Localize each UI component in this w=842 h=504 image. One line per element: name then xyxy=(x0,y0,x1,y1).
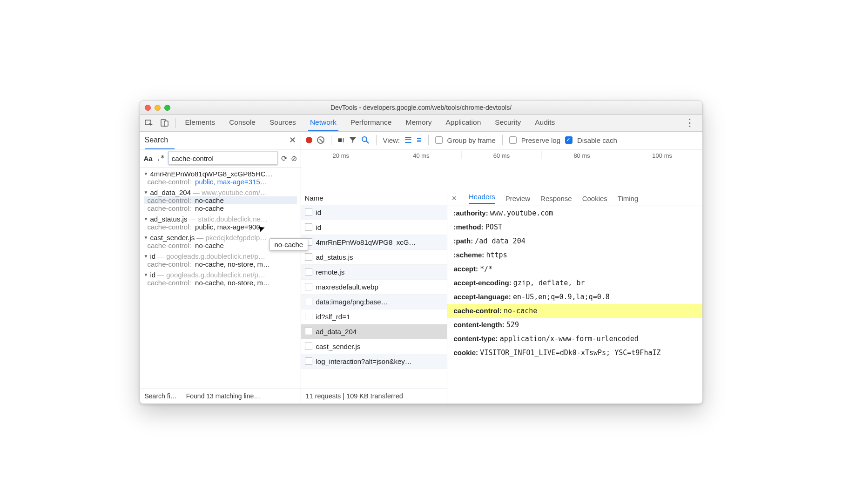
request-name: ad_status.js xyxy=(316,253,353,261)
request-row[interactable]: id xyxy=(301,205,447,220)
svg-rect-2 xyxy=(164,121,168,126)
tab-memory[interactable]: Memory xyxy=(404,114,433,131)
request-row[interactable]: data:image/png;base… xyxy=(301,295,447,309)
search-footer-right: Found 13 matching line… xyxy=(186,392,261,400)
header-row: accept-language: en-US,en;q=0.9,la;q=0.8 xyxy=(447,290,702,304)
request-row[interactable]: remote.js xyxy=(301,265,447,280)
inspect-element-icon[interactable] xyxy=(142,116,156,130)
close-detail-icon[interactable]: × xyxy=(452,194,457,203)
record-icon[interactable] xyxy=(306,137,312,143)
header-row: content-length: 529 xyxy=(447,318,702,332)
tab-timing[interactable]: Timing xyxy=(618,195,638,202)
tab-network[interactable]: Network xyxy=(308,114,338,131)
request-detail-pane: × Headers Preview Response Cookies Timin… xyxy=(447,191,702,403)
refresh-icon[interactable]: ⟳ xyxy=(281,154,287,163)
search-footer-left: Search fi… xyxy=(145,392,177,400)
network-pane: ■ı View: ☰ ≡ Group by frame Preserve log xyxy=(301,132,702,403)
search-result-group: ▼ 4mrRnEPnWo81qWPG8_xcGP85HC… cache-cont… xyxy=(140,168,301,187)
search-result-line[interactable]: cache-control: no-cache, no-store, m… xyxy=(144,260,297,268)
close-icon[interactable]: ✕ xyxy=(289,135,296,145)
regex-toggle[interactable]: .* xyxy=(156,154,165,162)
request-row[interactable]: ad_data_204 xyxy=(301,324,447,339)
request-list-footer: 11 requests | 109 KB transferred xyxy=(301,389,447,403)
device-toolbar-icon[interactable] xyxy=(158,116,172,130)
request-row[interactable]: id xyxy=(301,220,447,235)
file-icon xyxy=(305,253,312,261)
request-row[interactable]: cast_sender.js xyxy=(301,339,447,354)
svg-line-4 xyxy=(366,141,369,143)
search-result-title[interactable]: ▼ id — googleads.g.doubleclick.net/p… xyxy=(144,271,297,279)
preserve-log-label: Preserve log xyxy=(521,136,560,144)
search-icon[interactable] xyxy=(361,136,370,144)
search-result-group: ▼ id — googleads.g.doubleclick.net/p…cac… xyxy=(140,250,301,269)
header-row: cache-control: no-cache xyxy=(447,304,702,318)
request-row[interactable]: id?slf_rd=1 xyxy=(301,309,447,324)
disable-cache-checkbox[interactable] xyxy=(565,136,573,144)
request-list: idid4mrRnEPnWo81qWPG8_xcG…ad_status.jsre… xyxy=(301,205,447,389)
search-result-title[interactable]: ▼ ad_data_204 — www.youtube.com/… xyxy=(144,188,297,196)
header-row: :path: /ad_data_204 xyxy=(447,234,702,248)
view-large-rows-icon[interactable]: ☰ xyxy=(404,135,412,145)
filter-icon[interactable] xyxy=(349,136,357,144)
search-input[interactable] xyxy=(168,152,277,165)
network-timeline[interactable]: 20 ms40 ms60 ms80 ms100 ms xyxy=(301,149,702,191)
search-result-group: ▼ ad_status.js — static.doubleclick.ne…c… xyxy=(140,213,301,232)
tab-security[interactable]: Security xyxy=(493,114,523,131)
file-icon xyxy=(305,343,312,350)
file-icon xyxy=(305,268,312,276)
search-result-line[interactable]: cache-control: no-cache xyxy=(144,196,297,204)
request-list-header[interactable]: Name xyxy=(301,191,447,205)
file-icon xyxy=(305,223,312,231)
request-name: id xyxy=(316,208,322,216)
tab-preview[interactable]: Preview xyxy=(505,195,530,202)
search-result-group: ▼ id — googleads.g.doubleclick.net/p…cac… xyxy=(140,269,301,288)
search-result-title[interactable]: ▼ ad_status.js — static.doubleclick.ne… xyxy=(144,215,297,223)
search-result-line[interactable]: cache-control: public, max-age=900 xyxy=(144,223,297,231)
request-row[interactable]: log_interaction?alt=json&key… xyxy=(301,354,447,369)
request-list-pane: Name idid4mrRnEPnWo81qWPG8_xcG…ad_status… xyxy=(301,191,447,403)
tab-response[interactable]: Response xyxy=(540,195,572,202)
capture-screenshots-icon[interactable]: ■ı xyxy=(338,136,344,144)
match-case-toggle[interactable]: Aa xyxy=(144,155,153,162)
devtools-tabbar: Elements Console Sources Network Perform… xyxy=(140,115,702,132)
group-by-frame-checkbox[interactable] xyxy=(435,136,443,144)
search-result-title[interactable]: ▼ 4mrRnEPnWo81qWPG8_xcGP85HC… xyxy=(144,170,297,178)
header-row: accept: */* xyxy=(447,262,702,276)
tab-headers[interactable]: Headers xyxy=(469,193,495,204)
search-result-line[interactable]: cache-control: no-cache, no-store, m… xyxy=(144,279,297,287)
file-icon xyxy=(305,357,312,365)
search-result-line[interactable]: cache-control: public, max-age=315… xyxy=(144,178,297,186)
view-waterfall-icon[interactable]: ≡ xyxy=(417,135,422,145)
file-icon xyxy=(305,313,312,320)
search-pane-header: Search ✕ xyxy=(140,132,301,149)
search-results: ▼ 4mrRnEPnWo81qWPG8_xcGP85HC… cache-cont… xyxy=(140,168,301,389)
disclosure-triangle-icon: ▼ xyxy=(144,216,148,222)
timeline-tick: 80 ms xyxy=(541,151,622,159)
tab-console[interactable]: Console xyxy=(227,114,257,131)
header-row: accept-encoding: gzip, deflate, br xyxy=(447,276,702,290)
request-row[interactable]: 4mrRnEPnWo81qWPG8_xcG… xyxy=(301,235,447,250)
headers-list: :authority: www.youtube.com:method: POST… xyxy=(447,206,702,403)
request-row[interactable]: ad_status.js xyxy=(301,250,447,265)
more-menu-icon[interactable]: ⋮ xyxy=(682,117,698,129)
search-result-line[interactable]: cache-control: no-cache xyxy=(144,204,297,212)
request-row[interactable]: maxresdefault.webp xyxy=(301,280,447,295)
request-name: cast_sender.js xyxy=(316,343,361,350)
timeline-tick: 100 ms xyxy=(622,151,702,159)
clear-icon[interactable]: ⊘ xyxy=(291,154,297,163)
preserve-log-checkbox[interactable] xyxy=(509,136,517,144)
tab-cookies[interactable]: Cookies xyxy=(582,195,607,202)
file-icon xyxy=(305,283,312,290)
group-by-frame-label: Group by frame xyxy=(447,136,496,144)
header-row: :method: POST xyxy=(447,220,702,234)
timeline-tick: 20 ms xyxy=(301,151,381,159)
tab-application[interactable]: Application xyxy=(444,114,483,131)
tab-elements[interactable]: Elements xyxy=(183,114,217,131)
separator xyxy=(175,118,176,128)
tab-sources[interactable]: Sources xyxy=(268,114,298,131)
disclosure-triangle-icon: ▼ xyxy=(144,190,148,195)
search-result-title[interactable]: ▼ id — googleads.g.doubleclick.net/p… xyxy=(144,252,297,260)
tab-audits[interactable]: Audits xyxy=(533,114,557,131)
clear-log-icon[interactable] xyxy=(317,136,324,144)
tab-performance[interactable]: Performance xyxy=(349,114,394,131)
